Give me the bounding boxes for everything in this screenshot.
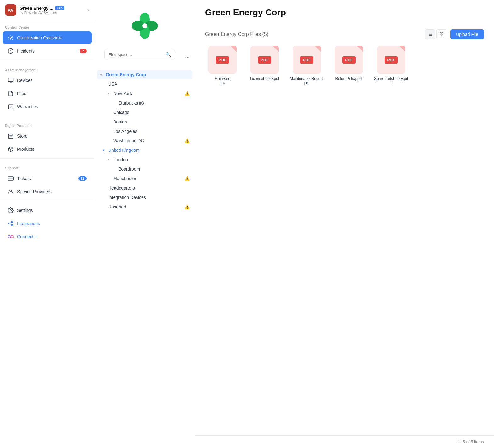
file-card-maintenance-report[interactable]: PDF MaintenanceReport.pdf [289,46,324,85]
tickets-icon [8,175,14,182]
tree-label-starbucks3: Starbucks #3 [118,100,144,105]
svg-point-9 [10,210,12,211]
sidebar-label-integrations: Integrations [17,221,87,226]
connect-icon [8,234,14,240]
pagination-text: 1 - 5 of 5 items [457,439,484,444]
tree-item-london[interactable]: ▼ London [97,155,192,164]
chevron-down-icon: ▼ [102,148,106,152]
sidebar-item-incidents[interactable]: Incidents 7 [3,45,92,57]
grid-view-button[interactable] [436,29,446,39]
search-input[interactable] [109,52,163,57]
section-control-center: Control Center [0,20,94,31]
sidebar-item-warranties[interactable]: Warranties [3,100,92,113]
pdf-label: PDF [216,56,229,64]
search-bar[interactable]: 🔍 [104,49,175,60]
store-icon [8,133,14,139]
section-support: Support [0,161,94,172]
sidebar-label-incidents: Incidents [17,48,76,54]
sidebar-label-connect: Connect + [17,234,87,239]
svg-line-14 [10,222,11,223]
upload-file-button[interactable]: Upload File [450,29,484,39]
sidebar-label-files: Files [17,91,87,96]
green-energy-logo [129,10,160,42]
tree-item-new-york[interactable]: ▼ New York ⚠️ [97,89,192,98]
sidebar-item-integrations[interactable]: Integrations [3,217,92,230]
svg-point-11 [8,223,10,224]
svg-point-12 [11,224,13,226]
warning-icon-manchester: ⚠️ [184,176,190,181]
files-section: Green Energy Corp Files (5) [195,23,494,435]
pdf-label: PDF [300,56,313,64]
tree-item-washington-dc[interactable]: Washington DC ⚠️ [97,136,192,145]
sidebar-item-files[interactable]: Files [3,87,92,100]
integrations-icon [8,220,14,227]
sidebar-item-settings[interactable]: Settings [3,204,92,217]
more-options-button[interactable]: ··· [185,54,190,60]
tree-item-unsorted[interactable]: Unsorted ⚠️ [97,202,192,212]
file-icon-return-policy: PDF [335,46,363,74]
sidebar-item-products[interactable]: Products [3,143,92,156]
devices-icon [8,77,14,83]
file-card-firmware[interactable]: PDF Firmware1.0 [205,46,240,85]
tree-item-headquarters[interactable]: Headquarters [97,183,192,193]
tree-label-los-angeles: Los Angeles [113,129,137,134]
chevron-down-icon: ▼ [99,73,104,77]
tree-label-london: London [113,157,128,162]
file-icon-firmware: PDF [208,46,237,74]
tree-item-chicago[interactable]: Chicago [97,108,192,117]
tree-label-boardroom: Boardroom [118,167,140,172]
sidebar-label-products: Products [17,147,87,152]
sidebar-expand-icon[interactable]: › [87,7,89,13]
pdf-label: PDF [258,56,271,64]
tree-item-los-angeles[interactable]: Los Angeles [97,127,192,136]
pdf-label: PDF [385,56,398,64]
sidebar-item-store[interactable]: Store [3,130,92,142]
page-title: Green Energy Corp [205,8,484,18]
file-card-spare-parts[interactable]: PDF SparePartsPolicy.pdf [374,46,408,85]
tree-item-boardroom[interactable]: Boardroom [97,164,192,174]
sidebar-item-org-overview[interactable]: Organization Overview [3,31,92,44]
files-icon [8,90,14,97]
file-card-return-policy[interactable]: PDF ReturnPolicy.pdf [332,46,366,85]
app-name: Green Energy ... LAB [20,6,84,11]
chevron-down-icon: ▼ [107,158,111,162]
sidebar-label-org-overview: Organization Overview [17,35,87,40]
products-icon [8,146,14,152]
sidebar-item-tickets[interactable]: Tickets 11 [3,172,92,185]
svg-rect-28 [440,33,441,34]
tree-item-manchester[interactable]: Manchester ⚠️ [97,174,192,183]
tree-label-new-york: New York [113,91,132,96]
svg-point-0 [10,37,12,39]
sidebar-item-service-providers[interactable]: Service Providers [3,185,92,198]
file-card-license-policy[interactable]: PDF LicensePolicy.pdf [247,46,282,85]
svg-rect-29 [442,33,443,34]
sidebar-label-settings: Settings [17,208,87,213]
tree-item-green-energy-corp[interactable]: ▼ Green Energy Corp [97,70,192,79]
tree-item-integration-devices[interactable]: Integration Devices [97,193,192,202]
file-name-maintenance-report: MaintenanceReport.pdf [289,77,324,85]
file-icon-maintenance-report: PDF [293,46,321,74]
app-logo: AV [5,4,16,16]
sidebar-item-devices[interactable]: Devices [3,74,92,87]
tree-label-green-energy-corp: Green Energy Corp [106,72,146,77]
sidebar-item-connect[interactable]: Connect + [3,230,92,243]
warning-icon-new-york: ⚠️ [184,91,190,96]
warning-icon-washington-dc: ⚠️ [184,138,190,143]
svg-point-8 [10,190,12,192]
tree-item-usa[interactable]: USA [97,79,192,89]
tree-item-starbucks3[interactable]: Starbucks #3 [97,98,192,108]
tree-item-boston[interactable]: Boston [97,117,192,127]
search-icon: 🔍 [166,52,171,57]
app-info: Green Energy ... LAB by Powerful AV Syst… [20,6,84,14]
chevron-down-icon: ▼ [107,92,111,95]
tree-item-united-kingdom[interactable]: ▼ United Kingdom [97,145,192,155]
service-icon [8,189,14,195]
tickets-badge: 11 [78,176,87,181]
sidebar: AV Green Energy ... LAB by Powerful AV S… [0,0,94,448]
warranties-icon [8,104,14,110]
org-icon [8,35,14,41]
main-panel: Green Energy Corp Green Energy Corp File… [195,0,494,448]
list-view-button[interactable] [425,29,435,39]
sidebar-label-tickets: Tickets [17,176,75,181]
files-grid: PDF Firmware1.0 PDF LicensePolicy.pdf PD… [205,46,484,85]
